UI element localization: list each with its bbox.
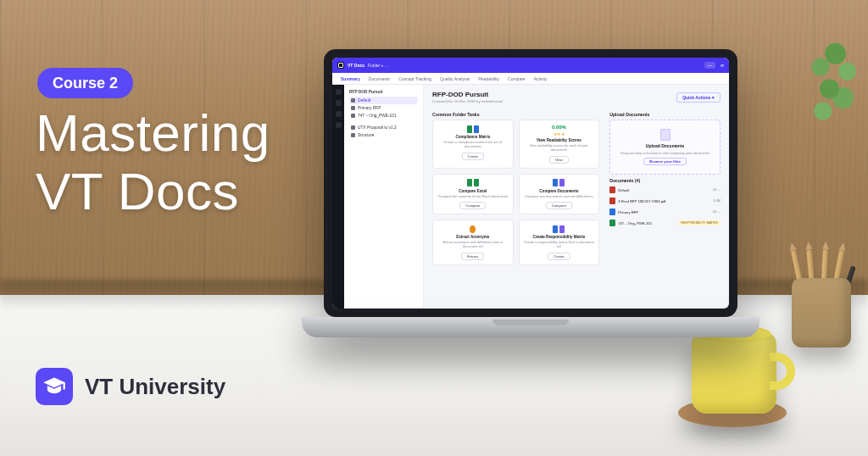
upload-dropzone[interactable]: Upload Documents Drag and drop or browse… — [609, 120, 721, 175]
document-row[interactable]: Default 04 — — [609, 186, 721, 194]
sidebar-item-label: 747 – Orig_PWE-101 — [358, 114, 397, 118]
compare-button[interactable]: Compare — [459, 202, 486, 209]
file-icon — [351, 133, 355, 137]
card-title: Compliance Matrix — [455, 135, 490, 139]
sidebar-header: RFP DOD Pursuit — [349, 90, 418, 94]
file-icon — [351, 106, 355, 110]
browse-files-button[interactable]: Browse your files — [643, 158, 687, 165]
tab-documents[interactable]: Documents — [369, 76, 390, 81]
card-title: Compare Excel — [459, 189, 487, 193]
graduation-cap-icon — [36, 368, 73, 405]
tab-summary[interactable]: Summary — [341, 76, 360, 81]
plant-prop — [809, 34, 868, 144]
rail-icon[interactable] — [336, 100, 342, 106]
card-compare-documents: Compare Documents Compare two documents … — [519, 174, 600, 215]
rail-icon[interactable] — [336, 122, 342, 128]
tab-quality-analysis[interactable]: Quality Analysis — [440, 76, 470, 81]
upload-title: Upload Documents — [646, 143, 685, 148]
card-extract-acronyms: Extract Acronyms Extract acronyms and de… — [432, 220, 514, 265]
excel-pair-icon — [467, 179, 479, 187]
laptop-base — [302, 317, 760, 337]
account-chip[interactable]: — — [704, 62, 715, 69]
pencil-cup-prop — [785, 247, 858, 348]
rail-icon[interactable] — [336, 89, 342, 95]
responsibility-matrix-badge: RESPONSIBILITY MATRIX — [678, 220, 721, 225]
rail-icon[interactable] — [336, 111, 342, 117]
card-desc: Extract acronyms and definitions from a … — [437, 241, 509, 249]
nav-rail — [332, 85, 344, 309]
file-icon — [351, 114, 355, 118]
sidebar-item[interactable]: Primary RFP — [349, 104, 418, 112]
sidebar-item[interactable]: 747 – Orig_PWE-101 — [349, 112, 418, 120]
file-type-icon — [609, 197, 615, 204]
card-compliance-matrix: Compliance Matrix Create a compliance ma… — [432, 120, 514, 169]
card-responsibility-matrix: Create Responsibility Matrix Create a re… — [519, 220, 600, 265]
acronym-icon — [467, 225, 479, 233]
page-title: RFP-DOD Pursuit — [432, 91, 503, 98]
extract-button[interactable]: Extract — [461, 253, 484, 260]
laptop-screen-bezel: VT Docs Folder » … — ✉ Summary Documents… — [324, 49, 737, 317]
task-cards: Compliance Matrix Create a compliance ma… — [432, 120, 599, 265]
doc-pair-icon — [553, 225, 565, 233]
tab-readability[interactable]: Readability — [478, 76, 499, 81]
app-screen: VT Docs Folder » … — ✉ Summary Documents… — [332, 58, 729, 309]
main-content: RFP-DOD Pursuit Created Dec 14 Dec 2019 … — [424, 85, 729, 309]
document-name: Default — [618, 188, 710, 192]
star-rating-icon: ★★★ — [554, 131, 565, 136]
document-row[interactable]: Primary RFP 04 — — [609, 208, 721, 216]
card-title: Create Responsibility Matrix — [533, 235, 586, 239]
section-header-documents: Documents (4) — [609, 178, 721, 183]
section-header-common-tasks: Common Folder Tasks — [432, 112, 599, 117]
card-title: Compare Documents — [539, 189, 578, 193]
app-topbar: VT Docs Folder » … — ✉ — [332, 58, 729, 73]
brand: VT University — [36, 368, 225, 405]
file-type-icon — [609, 209, 615, 215]
document-name: 747 – Orig_PWE-101 — [618, 221, 676, 225]
sidebar-item-label: Primary RFP — [358, 106, 381, 110]
sidebar-item[interactable]: UTX Proposal to v1.2 — [349, 124, 418, 131]
doc-pair-icon — [553, 179, 565, 187]
document-meta: 04 — — [713, 188, 721, 192]
section-header-upload: Upload Documents — [609, 112, 721, 117]
documents-list: Default 04 — 3 Final RFP 100.021 V304.pd… — [609, 186, 721, 227]
doc-pair-icon — [467, 125, 479, 133]
card-desc: See readability scores for each of your … — [524, 144, 595, 153]
create-button[interactable]: Create — [548, 253, 570, 260]
sidebar-item[interactable]: Default — [349, 97, 418, 104]
sidebar-item-label: UTX Proposal to v1.2 — [358, 125, 397, 130]
folder-sidebar: RFP DOD Pursuit Default Primary RFP 747 … — [344, 85, 424, 309]
brand-name: VT University — [85, 374, 225, 400]
card-desc: Compare two documents and see difference… — [525, 195, 593, 199]
upload-icon — [660, 129, 670, 141]
tab-activity[interactable]: Activity — [534, 76, 548, 81]
compare-button[interactable]: Compare — [546, 202, 572, 209]
quick-actions-button[interactable]: Quick Actions ▾ — [676, 92, 721, 103]
course-badge: Course 2 — [37, 68, 133, 98]
card-readability: 0.00% ★★★ View Readability Scores See re… — [519, 120, 600, 169]
hero-title: Mastering VT Docs — [36, 103, 270, 221]
card-compare-excel: Compare Excel Compare the contents of tw… — [432, 174, 514, 215]
file-icon — [351, 98, 355, 103]
document-name: Primary RFP — [618, 210, 710, 214]
create-button[interactable]: Create — [462, 153, 485, 160]
laptop: VT Docs Folder » … — ✉ Summary Documents… — [302, 49, 760, 414]
card-desc: Create a compliance matrix from set of d… — [437, 141, 509, 149]
card-desc: Create a responsibility matrix from a do… — [524, 241, 595, 249]
document-row[interactable]: 3 Final RFP 100.021 V304.pdf 3.4M — [609, 197, 721, 205]
readability-percent: 0.00% — [552, 125, 566, 130]
tab-compare[interactable]: Compare — [508, 76, 526, 81]
sidebar-item[interactable]: Structure — [349, 131, 418, 139]
product-name: VT Docs — [348, 63, 364, 68]
card-title: Extract Acronyms — [456, 235, 489, 239]
tab-concept-tracking[interactable]: Concept Tracking — [398, 76, 431, 81]
app-logo-icon — [337, 62, 344, 69]
document-name: 3 Final RFP 100.021 V304.pdf — [618, 199, 710, 203]
document-meta: 3.4M — [714, 199, 721, 203]
file-type-icon — [609, 186, 615, 193]
sidebar-item-label: Default — [358, 98, 370, 103]
page-subtitle: Created Dec 14 Dec 2019 by visiblethread — [432, 99, 503, 103]
view-button[interactable]: View — [549, 156, 569, 164]
document-row[interactable]: 747 – Orig_PWE-101 RESPONSIBILITY MATRIX — [609, 219, 721, 227]
breadcrumb[interactable]: Folder » … — [368, 63, 389, 68]
mail-icon[interactable]: ✉ — [721, 63, 724, 68]
